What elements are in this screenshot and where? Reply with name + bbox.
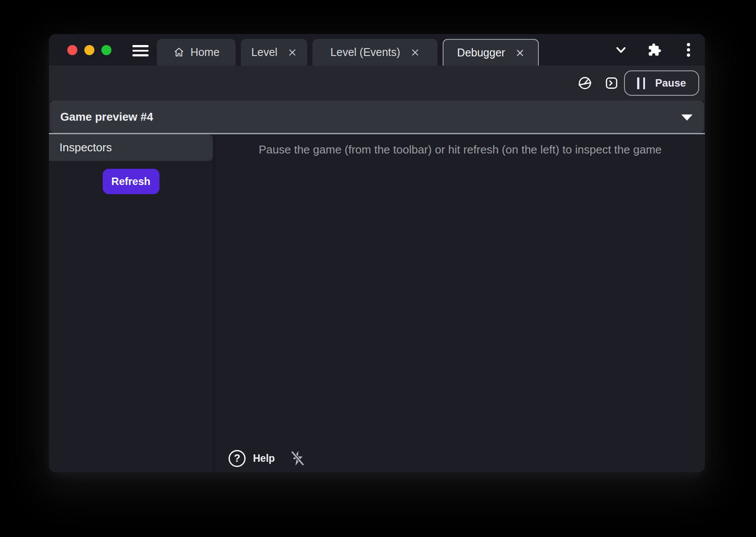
close-window-button[interactable] <box>67 45 77 55</box>
tab-level[interactable]: Level <box>241 39 307 66</box>
kebab-menu-icon[interactable] <box>686 42 691 58</box>
bottom-help-row: ? Help <box>229 450 306 467</box>
tab-debugger[interactable]: Debugger <box>443 39 539 66</box>
help-button[interactable]: ? Help <box>229 450 275 467</box>
debugger-window: Home Level Level (Events) <box>49 34 705 472</box>
close-icon[interactable] <box>288 48 297 57</box>
help-icon: ? <box>229 450 246 467</box>
tab-label: Level <box>251 46 277 59</box>
console-icon[interactable] <box>605 77 618 90</box>
minimize-window-button[interactable] <box>84 45 94 55</box>
pause-button-label: Pause <box>655 77 686 89</box>
tab-level-events[interactable]: Level (Events) <box>312 39 437 66</box>
dropdown-arrow-icon <box>681 115 693 121</box>
game-preview-title: Game preview #4 <box>60 110 153 124</box>
zoom-window-button[interactable] <box>101 45 111 55</box>
inspectors-header-label: Inspectors <box>59 141 112 154</box>
chevron-down-icon[interactable] <box>614 43 628 56</box>
pause-hint-text: Pause the game (from the toolbar) or hit… <box>215 143 705 157</box>
tab-home[interactable]: Home <box>157 39 236 66</box>
help-button-label: Help <box>253 453 275 464</box>
debugger-content: Inspectors Refresh Pause the game (from … <box>49 134 705 472</box>
home-icon <box>173 46 185 58</box>
close-icon[interactable] <box>411 48 420 57</box>
inspector-panel: Pause the game (from the toolbar) or hit… <box>215 134 705 472</box>
close-icon[interactable] <box>516 49 524 57</box>
title-bar: Home Level Level (Events) <box>49 34 705 66</box>
tab-label: Level (Events) <box>330 46 400 59</box>
tab-label: Debugger <box>457 46 505 59</box>
debugger-toolbar: Pause <box>49 66 705 101</box>
inspectors-header: Inspectors <box>49 134 213 161</box>
tab-bar: Home Level Level (Events) <box>157 39 539 66</box>
tab-label: Home <box>191 46 220 59</box>
game-preview-selector[interactable]: Game preview #4 <box>50 101 704 133</box>
flash-off-icon[interactable] <box>289 450 306 467</box>
hamburger-menu-icon[interactable] <box>132 45 149 56</box>
pause-button[interactable]: Pause <box>624 70 699 96</box>
pause-icon <box>637 77 645 89</box>
refresh-button[interactable]: Refresh <box>103 169 160 194</box>
extensions-puzzle-icon[interactable] <box>648 43 662 57</box>
profiler-icon[interactable] <box>577 76 593 91</box>
window-controls <box>67 45 111 55</box>
inspectors-sidebar: Inspectors Refresh <box>49 134 213 472</box>
